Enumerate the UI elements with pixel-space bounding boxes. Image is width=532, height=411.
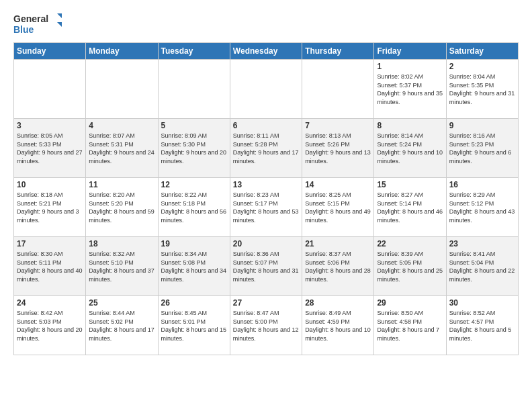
day-number: 15 — [377, 180, 443, 189]
calendar-cell: 25Sunrise: 8:44 AM Sunset: 5:02 PM Dayli… — [86, 296, 158, 355]
calendar-cell: 17Sunrise: 8:30 AM Sunset: 5:11 PM Dayli… — [14, 237, 86, 296]
calendar-page: General Blue SundayMondayTuesdayWednesda… — [0, 0, 532, 411]
calendar-cell: 4Sunrise: 8:07 AM Sunset: 5:31 PM Daylig… — [86, 119, 158, 178]
day-info: Sunrise: 8:07 AM Sunset: 5:31 PM Dayligh… — [89, 132, 154, 165]
day-info: Sunrise: 8:41 AM Sunset: 5:04 PM Dayligh… — [449, 250, 515, 283]
calendar-cell: 28Sunrise: 8:49 AM Sunset: 4:59 PM Dayli… — [302, 296, 374, 355]
calendar-cell: 30Sunrise: 8:52 AM Sunset: 4:57 PM Dayli… — [446, 296, 518, 355]
calendar-week-row: 24Sunrise: 8:42 AM Sunset: 5:03 PM Dayli… — [14, 296, 519, 355]
calendar-cell: 3Sunrise: 8:05 AM Sunset: 5:33 PM Daylig… — [14, 119, 86, 178]
day-info: Sunrise: 8:52 AM Sunset: 4:57 PM Dayligh… — [449, 309, 515, 342]
weekday-header: Saturday — [446, 43, 518, 60]
day-number: 6 — [233, 121, 299, 130]
day-number: 29 — [377, 298, 443, 308]
day-info: Sunrise: 8:02 AM Sunset: 5:37 PM Dayligh… — [377, 73, 443, 106]
day-number: 19 — [161, 239, 227, 248]
day-info: Sunrise: 8:32 AM Sunset: 5:10 PM Dayligh… — [89, 250, 154, 283]
calendar-cell: 8Sunrise: 8:14 AM Sunset: 5:24 PM Daylig… — [374, 119, 446, 178]
day-number: 30 — [449, 298, 515, 308]
day-info: Sunrise: 8:30 AM Sunset: 5:11 PM Dayligh… — [17, 250, 83, 283]
svg-marker-3 — [57, 22, 62, 27]
day-info: Sunrise: 8:11 AM Sunset: 5:28 PM Dayligh… — [233, 132, 299, 165]
svg-text:General: General — [13, 13, 48, 24]
day-info: Sunrise: 8:05 AM Sunset: 5:33 PM Dayligh… — [17, 132, 83, 165]
day-number: 9 — [449, 121, 515, 130]
weekday-header: Monday — [86, 43, 158, 60]
calendar-cell: 10Sunrise: 8:18 AM Sunset: 5:21 PM Dayli… — [14, 178, 86, 237]
calendar-cell: 26Sunrise: 8:45 AM Sunset: 5:01 PM Dayli… — [158, 296, 230, 355]
calendar-cell: 16Sunrise: 8:29 AM Sunset: 5:12 PM Dayli… — [446, 178, 518, 237]
weekday-header: Thursday — [302, 43, 374, 60]
weekday-header: Friday — [374, 43, 446, 60]
calendar-cell: 5Sunrise: 8:09 AM Sunset: 5:30 PM Daylig… — [158, 119, 230, 178]
day-info: Sunrise: 8:37 AM Sunset: 5:06 PM Dayligh… — [305, 250, 371, 283]
day-info: Sunrise: 8:36 AM Sunset: 5:07 PM Dayligh… — [233, 250, 299, 283]
logo: General Blue — [13, 10, 67, 37]
day-number: 26 — [161, 298, 227, 308]
day-info: Sunrise: 8:27 AM Sunset: 5:14 PM Dayligh… — [377, 191, 443, 224]
day-number: 1 — [377, 62, 443, 71]
calendar-week-row: 1Sunrise: 8:02 AM Sunset: 5:37 PM Daylig… — [14, 60, 519, 119]
weekday-header: Sunday — [14, 43, 86, 60]
day-info: Sunrise: 8:23 AM Sunset: 5:17 PM Dayligh… — [233, 191, 299, 224]
day-number: 23 — [449, 239, 515, 248]
day-info: Sunrise: 8:44 AM Sunset: 5:02 PM Dayligh… — [89, 309, 154, 342]
day-info: Sunrise: 8:16 AM Sunset: 5:23 PM Dayligh… — [449, 132, 515, 165]
day-number: 2 — [449, 62, 515, 71]
calendar-cell — [86, 60, 158, 119]
calendar-cell: 13Sunrise: 8:23 AM Sunset: 5:17 PM Dayli… — [230, 178, 302, 237]
day-info: Sunrise: 8:47 AM Sunset: 5:00 PM Dayligh… — [233, 309, 299, 342]
weekday-header: Tuesday — [158, 43, 230, 60]
day-number: 10 — [17, 180, 83, 189]
calendar-cell: 12Sunrise: 8:22 AM Sunset: 5:18 PM Dayli… — [158, 178, 230, 237]
day-info: Sunrise: 8:09 AM Sunset: 5:30 PM Dayligh… — [161, 132, 227, 165]
day-number: 14 — [305, 180, 371, 189]
day-number: 20 — [233, 239, 299, 248]
day-info: Sunrise: 8:39 AM Sunset: 5:05 PM Dayligh… — [377, 250, 443, 283]
calendar-week-row: 17Sunrise: 8:30 AM Sunset: 5:11 PM Dayli… — [14, 237, 519, 296]
calendar-cell: 2Sunrise: 8:04 AM Sunset: 5:35 PM Daylig… — [446, 60, 518, 119]
svg-text:Blue: Blue — [13, 24, 34, 35]
day-info: Sunrise: 8:29 AM Sunset: 5:12 PM Dayligh… — [449, 191, 515, 224]
calendar-table: SundayMondayTuesdayWednesdayThursdayFrid… — [13, 42, 519, 355]
calendar-cell: 22Sunrise: 8:39 AM Sunset: 5:05 PM Dayli… — [374, 237, 446, 296]
calendar-cell: 7Sunrise: 8:13 AM Sunset: 5:26 PM Daylig… — [302, 119, 374, 178]
weekday-header-row: SundayMondayTuesdayWednesdayThursdayFrid… — [14, 43, 519, 60]
calendar-cell: 18Sunrise: 8:32 AM Sunset: 5:10 PM Dayli… — [86, 237, 158, 296]
calendar-week-row: 3Sunrise: 8:05 AM Sunset: 5:33 PM Daylig… — [14, 119, 519, 178]
svg-marker-2 — [57, 13, 62, 18]
day-info: Sunrise: 8:22 AM Sunset: 5:18 PM Dayligh… — [161, 191, 227, 224]
calendar-cell: 27Sunrise: 8:47 AM Sunset: 5:00 PM Dayli… — [230, 296, 302, 355]
day-number: 12 — [161, 180, 227, 189]
calendar-cell — [14, 60, 86, 119]
day-info: Sunrise: 8:13 AM Sunset: 5:26 PM Dayligh… — [305, 132, 371, 165]
calendar-cell: 11Sunrise: 8:20 AM Sunset: 5:20 PM Dayli… — [86, 178, 158, 237]
day-info: Sunrise: 8:14 AM Sunset: 5:24 PM Dayligh… — [377, 132, 443, 165]
day-number: 8 — [377, 121, 443, 130]
day-info: Sunrise: 8:04 AM Sunset: 5:35 PM Dayligh… — [449, 73, 515, 106]
day-info: Sunrise: 8:25 AM Sunset: 5:15 PM Dayligh… — [305, 191, 371, 224]
day-info: Sunrise: 8:34 AM Sunset: 5:08 PM Dayligh… — [161, 250, 227, 283]
day-number: 17 — [17, 239, 83, 248]
calendar-cell: 15Sunrise: 8:27 AM Sunset: 5:14 PM Dayli… — [374, 178, 446, 237]
day-number: 28 — [305, 298, 371, 308]
day-info: Sunrise: 8:42 AM Sunset: 5:03 PM Dayligh… — [17, 309, 83, 342]
day-number: 4 — [89, 121, 154, 130]
day-number: 27 — [233, 298, 299, 308]
calendar-cell — [302, 60, 374, 119]
calendar-cell: 23Sunrise: 8:41 AM Sunset: 5:04 PM Dayli… — [446, 237, 518, 296]
day-info: Sunrise: 8:50 AM Sunset: 4:58 PM Dayligh… — [377, 309, 443, 342]
calendar-cell — [230, 60, 302, 119]
calendar-cell: 20Sunrise: 8:36 AM Sunset: 5:07 PM Dayli… — [230, 237, 302, 296]
day-number: 11 — [89, 180, 154, 189]
day-info: Sunrise: 8:45 AM Sunset: 5:01 PM Dayligh… — [161, 309, 227, 342]
day-number: 24 — [17, 298, 83, 308]
calendar-cell — [158, 60, 230, 119]
day-number: 25 — [89, 298, 154, 308]
calendar-cell: 1Sunrise: 8:02 AM Sunset: 5:37 PM Daylig… — [374, 60, 446, 119]
calendar-week-row: 10Sunrise: 8:18 AM Sunset: 5:21 PM Dayli… — [14, 178, 519, 237]
weekday-header: Wednesday — [230, 43, 302, 60]
calendar-cell: 21Sunrise: 8:37 AM Sunset: 5:06 PM Dayli… — [302, 237, 374, 296]
logo-svg: General Blue — [13, 10, 67, 37]
calendar-cell: 24Sunrise: 8:42 AM Sunset: 5:03 PM Dayli… — [14, 296, 86, 355]
